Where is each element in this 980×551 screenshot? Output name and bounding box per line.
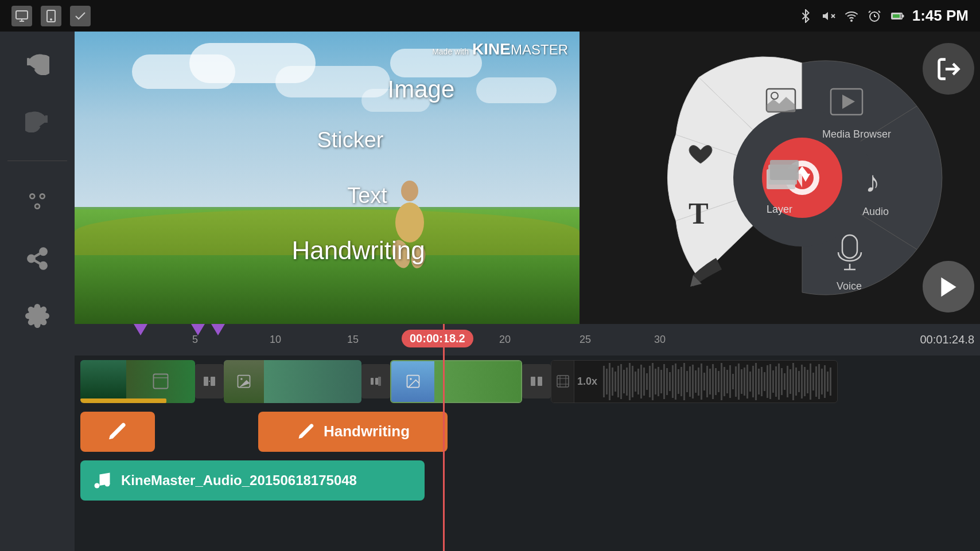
video-preview: Made with KINEMASTER Image Sticker Text … [75,32,580,324]
svg-rect-120 [761,367,763,396]
tablet-icon [41,6,61,26]
svg-rect-54 [375,378,378,385]
text-label: Text [347,183,387,208]
svg-rect-137 [810,364,811,400]
svg-rect-119 [758,369,760,394]
svg-rect-75 [632,366,633,397]
handwriting-label: Handwriting [291,236,425,265]
svg-point-146 [105,481,110,486]
svg-rect-123 [769,364,771,399]
svg-rect-58 [531,377,535,386]
svg-point-57 [410,378,412,380]
svg-rect-68 [612,368,613,396]
svg-point-25 [40,263,46,269]
settings-button[interactable] [17,296,57,336]
svg-rect-113 [741,369,742,394]
svg-rect-97 [695,370,697,393]
svg-rect-74 [629,363,631,400]
svg-rect-136 [807,370,808,393]
marker-3 [211,324,225,335]
svg-rect-53 [371,378,374,385]
clip-thumb-5 [391,361,434,402]
svg-rect-112 [738,364,740,400]
text-icon-group[interactable]: T [689,197,709,230]
svg-rect-131 [792,363,794,400]
svg-rect-80 [646,373,648,390]
clip-thumb-1 [80,360,126,403]
svg-rect-141 [821,369,823,394]
svg-rect-133 [798,371,800,392]
ruler-30: 30 [654,334,666,346]
svg-rect-104 [715,368,717,395]
svg-rect-60 [557,376,569,387]
svg-rect-77 [637,369,639,394]
watermark-master: MASTER [511,42,568,57]
ruler: 5 10 15 00:00:18.2 20 25 30 00:01:24.8 [75,324,980,355]
ruler-15: 15 [347,334,359,346]
clip-thumb-3 [224,360,264,403]
svg-rect-55 [378,377,381,386]
svg-rect-127 [781,368,783,395]
svg-rect-95 [689,366,691,397]
video-clip-2[interactable] [224,360,361,403]
watermark-madewith: Made with [432,47,469,56]
svg-rect-92 [680,367,682,396]
share-button[interactable] [17,239,57,279]
svg-rect-144 [830,368,831,396]
svg-rect-72 [623,370,625,393]
svg-rect-121 [764,372,765,391]
status-left-icons [11,6,91,26]
video-clip-3[interactable] [390,360,522,403]
transition-1[interactable] [195,364,224,398]
transition-2[interactable] [361,364,390,398]
exit-button[interactable] [923,43,974,95]
svg-point-29 [401,181,418,201]
video-clip-1[interactable] [80,360,195,403]
audio-track: KineMaster_Audio_20150618175048 [75,456,980,505]
screen-icon [11,6,32,26]
play-button[interactable] [923,261,974,312]
audio-clip[interactable]: KineMaster_Audio_20150618175048 [80,460,425,501]
svg-rect-98 [698,368,699,396]
svg-rect-124 [772,370,774,393]
ruler-5: 5 [192,334,198,346]
svg-point-52 [240,378,243,380]
watermark-kine: KINE [472,40,511,58]
svg-rect-122 [767,365,768,398]
redo-button[interactable] [17,100,57,140]
svg-point-23 [40,249,46,255]
svg-rect-85 [660,370,662,393]
svg-rect-117 [752,366,754,397]
handwriting-clip-main[interactable]: Handwriting [258,412,448,452]
svg-rect-73 [626,368,628,396]
handwriting-clip-small[interactable] [80,412,155,452]
clip-thumb-4 [264,360,361,403]
svg-text:T: T [689,197,709,230]
svg-rect-142 [824,365,826,398]
svg-rect-48 [204,377,208,386]
svg-rect-91 [678,369,679,394]
svg-point-20 [31,195,34,198]
layer-text: Layer [767,204,792,215]
transition-3[interactable] [522,364,551,398]
effects-button[interactable] [17,181,57,221]
timeline: 5 10 15 00:00:18.2 20 25 30 00:01:24.8 [75,324,980,551]
svg-rect-90 [675,364,676,400]
clip-thumb-2 [126,360,195,403]
svg-rect-118 [755,363,757,400]
svg-line-27 [34,253,41,257]
svg-rect-70 [617,366,619,397]
handwriting-track: Handwriting [75,407,980,456]
video-clip-4[interactable]: 1.0x [551,360,838,403]
undo-button[interactable] [17,43,57,83]
svg-point-21 [41,195,44,198]
svg-rect-108 [726,370,728,393]
svg-rect-130 [790,369,791,394]
video-track: 1.0x [75,355,980,407]
status-bar: 1:45 PM [0,0,980,32]
handwriting-clip-label: Handwriting [324,423,410,440]
svg-rect-78 [640,365,642,398]
handwriting-small-icon [106,420,129,443]
svg-rect-69 [615,372,616,392]
svg-line-13 [878,11,880,13]
